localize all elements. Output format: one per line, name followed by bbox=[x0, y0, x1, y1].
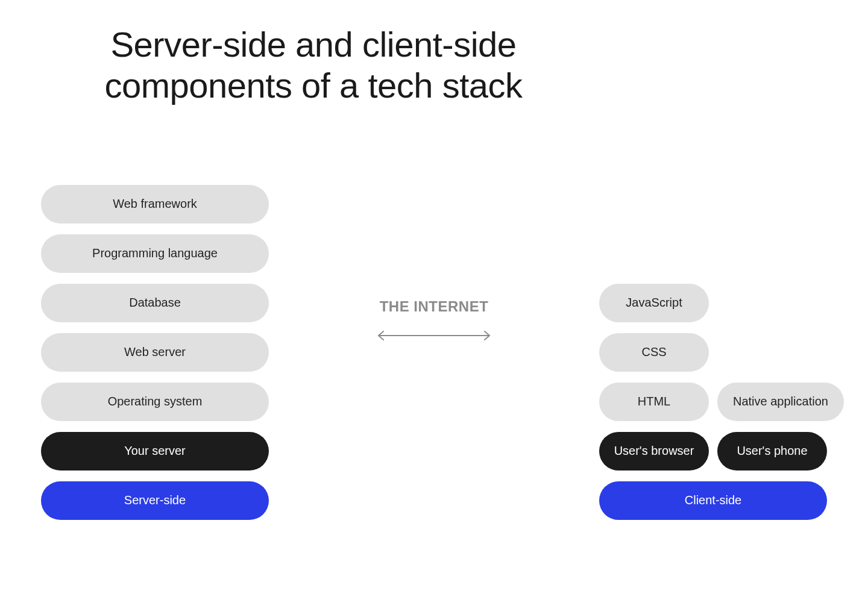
client-browser-stack: JavaScript CSS HTML Native application bbox=[599, 284, 827, 421]
diagram-container: Web framework Programming language Datab… bbox=[36, 185, 832, 520]
client-hosts-row: User's browser User's phone bbox=[599, 432, 827, 471]
client-html-native-row: HTML Native application bbox=[599, 383, 844, 421]
diagram-title: Server-side and client-side components o… bbox=[36, 24, 591, 107]
pill-users-phone: User's phone bbox=[717, 432, 827, 471]
pill-native-application: Native application bbox=[717, 383, 844, 421]
pill-programming-language: Programming language bbox=[41, 234, 269, 273]
client-column: JavaScript CSS HTML Native application U… bbox=[599, 284, 827, 520]
pill-web-framework: Web framework bbox=[41, 185, 269, 224]
internet-label: THE INTERNET bbox=[380, 298, 489, 315]
server-column: Web framework Programming language Datab… bbox=[41, 185, 269, 520]
pill-html: HTML bbox=[599, 383, 709, 421]
pill-your-server: Your server bbox=[41, 432, 269, 471]
pill-database: Database bbox=[41, 284, 269, 322]
pill-css: CSS bbox=[599, 333, 709, 372]
pill-users-browser: User's browser bbox=[599, 432, 709, 471]
pill-client-side: Client-side bbox=[599, 481, 827, 520]
pill-operating-system: Operating system bbox=[41, 383, 269, 421]
bidirectional-arrow-icon bbox=[374, 331, 494, 340]
middle-connector: THE INTERNET bbox=[269, 298, 599, 407]
pill-server-side: Server-side bbox=[41, 481, 269, 520]
pill-web-server: Web server bbox=[41, 333, 269, 372]
pill-javascript: JavaScript bbox=[599, 284, 709, 322]
